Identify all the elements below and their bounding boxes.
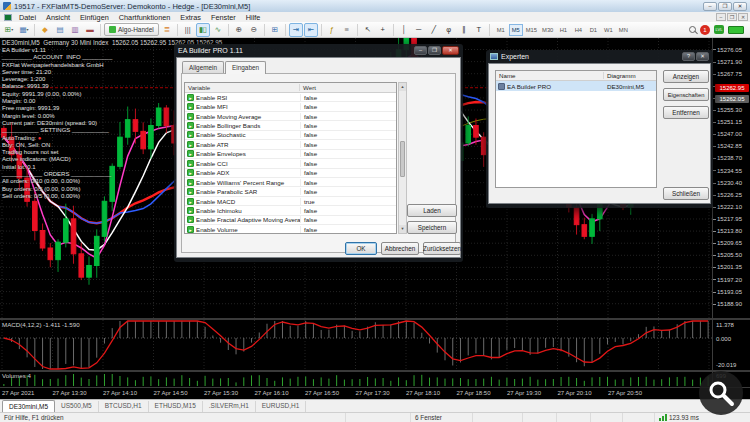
cursor-icon[interactable]: ↖: [361, 23, 375, 37]
chart-shift-icon[interactable]: ⇤: [304, 23, 318, 37]
menu-ansicht[interactable]: Ansicht: [41, 13, 75, 22]
tab-eingaben[interactable]: Eingaben: [225, 61, 266, 74]
chart-menu-icon[interactable]: [4, 14, 12, 21]
parameter-row[interactable]: ▸Enable ADXfalse: [185, 169, 396, 178]
menu-extras[interactable]: Extras: [175, 13, 206, 22]
crosshair-icon[interactable]: +: [376, 23, 390, 37]
status-latency[interactable]: 123.93 ms: [654, 413, 750, 422]
tab-allgemein[interactable]: Allgemein: [182, 61, 224, 73]
new-chart-icon[interactable]: ⊞▾: [2, 23, 16, 37]
entfernen-button[interactable]: Entfernen: [663, 106, 709, 119]
price-axis[interactable]: 15276.0515271.9015267.7515263.6015259.45…: [712, 38, 750, 318]
expert-row[interactable]: EA Builder PRODE30mini,M5: [496, 81, 656, 91]
macd-pane[interactable]: MACD(4,12,2) -1.411 -1.590: [0, 320, 712, 370]
mdi-minimize-button[interactable]: –: [716, 13, 726, 21]
zoom-in-icon[interactable]: ⊕: [232, 23, 246, 37]
line-chart-icon[interactable]: ∿: [211, 23, 225, 37]
ea-maximize-button[interactable]: ❐: [428, 46, 441, 55]
speichern-button[interactable]: Speichern: [407, 221, 457, 234]
parameter-row[interactable]: ▸Enable Williams' Percent Rangefalse: [185, 178, 396, 187]
scroll-up-arrow[interactable]: ▲: [399, 83, 406, 91]
mdi-restore-button[interactable]: ❐: [727, 13, 737, 21]
ok-button[interactable]: OK: [345, 242, 377, 255]
notifications-badge[interactable]: 1: [700, 25, 710, 35]
timeframe-h4[interactable]: H4: [571, 24, 585, 36]
trendline-icon[interactable]: ╱: [427, 23, 441, 37]
time-axis[interactable]: 27 Apr 202127 Apr 13:3027 Apr 14:1027 Ap…: [0, 387, 750, 399]
fibonacci-icon[interactable]: φ: [442, 23, 456, 37]
text-icon[interactable]: T: [472, 23, 486, 37]
algo-trading-button[interactable]: Algo-Handel: [104, 23, 159, 36]
chart-tab-eurusdh1[interactable]: EURUSD,H1: [256, 401, 307, 412]
timeframe-m1[interactable]: M1: [494, 24, 508, 36]
layouts-icon[interactable]: ≣: [160, 23, 174, 37]
timeframe-m15[interactable]: M15: [524, 24, 539, 36]
chart-tab-ethusdm15[interactable]: ETHUSD,M15: [149, 401, 203, 412]
parameter-row[interactable]: ▸Enable Envelopesfalse: [185, 150, 396, 159]
timeframe-m5[interactable]: M5: [509, 24, 523, 36]
menu-einfügen[interactable]: Einfügen: [75, 13, 114, 22]
timeframe-mn[interactable]: MN: [616, 24, 630, 36]
anzeigen-button[interactable]: Anzeigen: [663, 70, 709, 83]
chart-tab-us500m5[interactable]: US500,M5: [55, 401, 99, 412]
indicators-icon[interactable]: ƒ: [325, 23, 339, 37]
abbrechen-button[interactable]: Abbrechen: [381, 242, 419, 255]
search-icon[interactable]: [689, 26, 696, 33]
channel-icon[interactable]: ∥: [457, 23, 471, 37]
timeframe-m30[interactable]: M30: [540, 24, 555, 36]
close-button[interactable]: ✕: [733, 2, 747, 11]
parameter-row[interactable]: ▸Enable Moving Averagefalse: [185, 112, 396, 121]
parameters-table[interactable]: Variable Wert ▸Enable RSIfalse▸Enable MF…: [184, 82, 397, 234]
volumes-pane[interactable]: Volumes 4: [0, 372, 712, 386]
parameter-row[interactable]: ▸Enable MACDtrue: [185, 197, 396, 206]
menu-datei[interactable]: Datei: [14, 13, 41, 22]
connection-level-icon[interactable]: LVL: [714, 25, 724, 34]
minimize-button[interactable]: –: [703, 2, 717, 11]
timeframe-d1[interactable]: D1: [586, 24, 600, 36]
chart-tab-silvermh1[interactable]: .SILVERm,H1: [203, 401, 256, 412]
macd-axis[interactable]: 11.3780.000-20.019: [712, 320, 750, 370]
parameter-row[interactable]: ▸Enable ATRfalse: [185, 140, 396, 149]
menu-hilfe[interactable]: Hilfe: [241, 13, 266, 22]
vertical-line-icon[interactable]: │: [397, 23, 411, 37]
timeframe-w1[interactable]: W1: [601, 24, 615, 36]
zoom-out-icon[interactable]: ⊖: [247, 23, 261, 37]
parameter-row[interactable]: ▸Enable RSIfalse: [185, 93, 396, 102]
eigenschaften-button[interactable]: Eigenschaften: [663, 88, 709, 101]
mdi-close-button[interactable]: ✕: [738, 13, 748, 21]
horizontal-line-icon[interactable]: ─: [412, 23, 426, 37]
parameter-row[interactable]: ▸Enable CCIfalse: [185, 159, 396, 168]
ea-minimize-button[interactable]: –: [414, 46, 427, 55]
parameter-row[interactable]: ▸Enable Ichimokufalse: [185, 206, 396, 215]
parameter-row[interactable]: ▸Enable MFIfalse: [185, 102, 396, 111]
zuruecksetzen-button[interactable]: Zurücksetzen: [423, 242, 461, 255]
candle-chart-icon[interactable]: ▮▯: [196, 23, 210, 37]
chart-tab-btcusdh1[interactable]: BTCUSD,H1: [99, 401, 149, 412]
parameter-row[interactable]: ▸Enable Fractal Adaptive Moving Avera...…: [185, 216, 396, 225]
experten-close-button[interactable]: ✕: [696, 52, 709, 61]
parameters-scrollbar[interactable]: ▲ ▼: [398, 82, 407, 234]
experts-list[interactable]: Name Diagramm EA Builder PRODE30mini,M5: [495, 70, 657, 188]
data-window-icon[interactable]: ▥: [68, 23, 82, 37]
auto-scroll-icon[interactable]: ⇥: [289, 23, 303, 37]
restore-button[interactable]: ❐: [718, 2, 732, 11]
bar-chart-icon[interactable]: |||: [181, 23, 195, 37]
experten-dialog-titlebar[interactable]: Experten ? ✕: [488, 50, 711, 63]
new-order-icon[interactable]: ◆: [38, 23, 52, 37]
timeframe-h1[interactable]: H1: [556, 24, 570, 36]
scroll-down-arrow[interactable]: ▼: [399, 225, 406, 233]
menu-chartfunktionen[interactable]: Chartfunktionen: [114, 13, 176, 22]
experten-help-button[interactable]: ?: [682, 52, 695, 61]
navigator-icon[interactable]: ▬: [83, 23, 97, 37]
schliessen-button[interactable]: Schließen: [663, 187, 709, 200]
scroll-thumb[interactable]: [400, 141, 405, 177]
parameter-row[interactable]: ▸Enable Volumefalse: [185, 225, 396, 234]
ea-close-button[interactable]: ✕: [442, 46, 459, 55]
laden-button[interactable]: Laden: [407, 204, 457, 217]
menu-fenster[interactable]: Fenster: [206, 13, 241, 22]
parameter-row[interactable]: ▸Enable Parabolic SARfalse: [185, 187, 396, 196]
tile-windows-icon[interactable]: ⊞: [268, 23, 282, 37]
parameter-row[interactable]: ▸Enable Bollinger Bandsfalse: [185, 121, 396, 130]
market-watch-icon[interactable]: ▤: [53, 23, 67, 37]
ea-dialog-titlebar[interactable]: EA Builder PRO 1.11 – ❐ ✕: [176, 44, 461, 57]
